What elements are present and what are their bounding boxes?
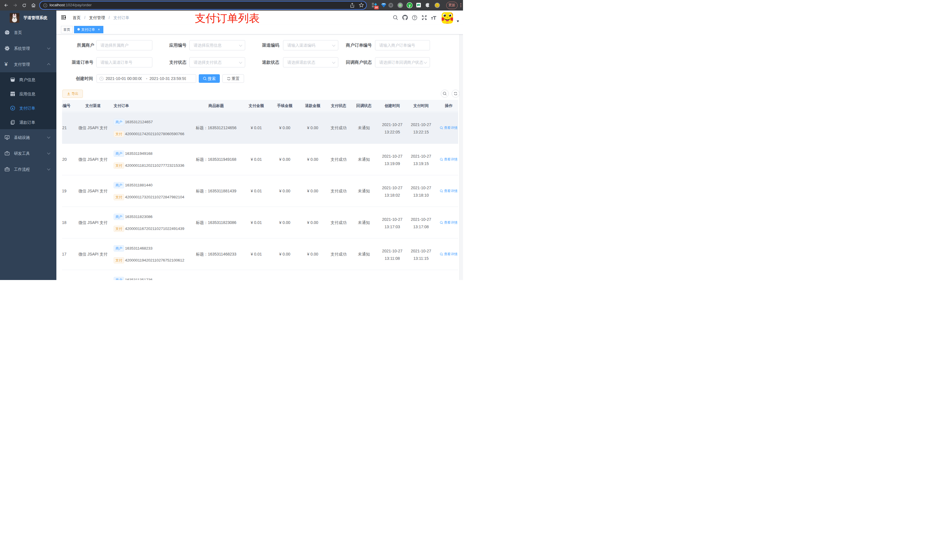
- svg-text:⌘: ⌘: [390, 4, 392, 7]
- svg-text:¥: ¥: [12, 107, 14, 110]
- svg-text:y: y: [409, 3, 411, 8]
